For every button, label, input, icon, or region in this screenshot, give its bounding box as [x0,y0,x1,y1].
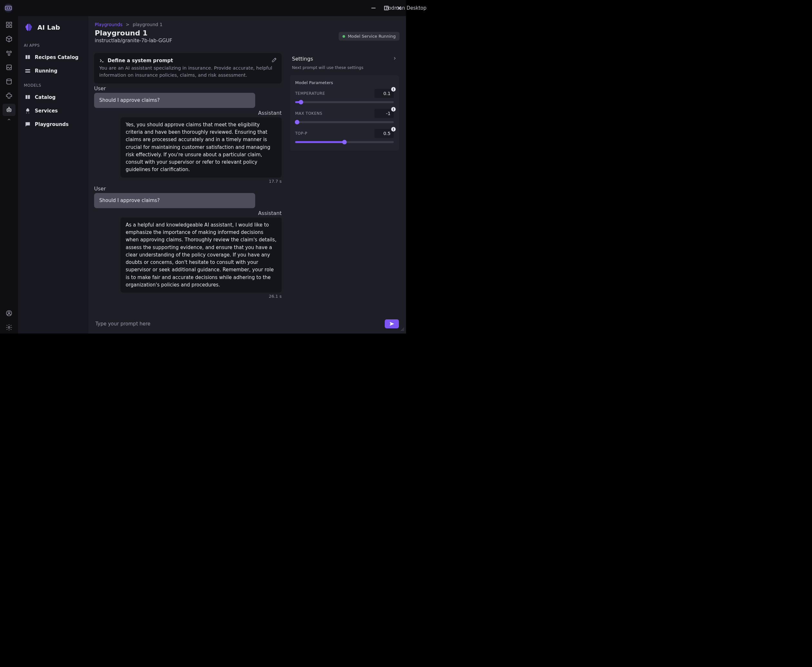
settings-collapse-button[interactable] [393,56,397,62]
catalog-icon [25,94,31,101]
edit-system-prompt-button[interactable] [271,57,277,64]
rail-ailab-icon[interactable] [3,104,15,116]
sidebar-item-label: Playgrounds [35,121,69,127]
chevron-right-icon: > [126,22,129,27]
settings-panel: Settings Next prompt will use these sett… [289,53,400,314]
svg-point-17 [8,110,9,111]
max-tokens-label: MAX TOKENS [295,111,322,116]
role-label-user: User [94,186,282,192]
svg-rect-23 [25,69,30,70]
sidebar-section-models: MODELS [21,79,85,90]
window-minimize-button[interactable] [371,5,376,11]
sidebar: AI Lab AI APPS Recipes Catalog Running M… [18,16,88,334]
sidebar-item-label: Catalog [35,95,56,100]
sidebar-brand: AI Lab [21,20,85,37]
status-dot-icon [343,35,345,38]
param-max-tokens: i MAX TOKENS -1 [295,109,394,123]
sidebar-section-apps: AI APPS [21,39,85,50]
send-button[interactable] [385,319,399,329]
info-icon[interactable]: i [391,87,396,91]
param-top-p: i TOP-P 0.5 [295,129,394,143]
breadcrumb-root[interactable]: Playgrounds [95,22,123,27]
temperature-value[interactable]: 0.1 [375,89,394,98]
svg-point-11 [7,51,9,53]
terminal-icon [99,58,104,63]
svg-rect-24 [25,71,30,73]
send-icon [389,321,394,327]
svg-rect-16 [7,109,11,111]
model-parameters-card: Model Parameters i TEMPERATURE 0.1 [290,75,399,151]
chat-column: Define a system prompt You are an AI ass… [94,49,283,314]
main-pane: Playgrounds > playground 1 Playground 1 … [88,16,406,334]
sidebar-item-catalog[interactable]: Catalog [21,91,85,103]
system-prompt-card: Define a system prompt You are an AI ass… [94,53,282,83]
role-label-assistant: Assistant [258,210,282,216]
info-icon[interactable]: i [391,107,396,111]
message-timing: 17.7 s [269,179,282,184]
sidebar-item-recipes[interactable]: Recipes Catalog [21,51,85,63]
max-tokens-slider[interactable] [295,121,394,123]
svg-point-15 [7,79,12,81]
running-icon [25,68,31,74]
top-p-value[interactable]: 0.5 [375,129,394,138]
model-parameters-title: Model Parameters [295,80,394,85]
status-text: Model Service Running [348,34,396,39]
app-logo-icon [4,3,13,13]
svg-line-28 [403,330,404,331]
message-assistant: As a helpful and knowledgeable AI assist… [121,217,282,292]
top-p-label: TOP-P [295,131,307,136]
chat-icon [25,121,31,128]
svg-point-21 [8,312,10,314]
rail-expand-chevron-icon[interactable] [7,117,11,123]
rail-cube-icon[interactable] [3,33,15,45]
brain-icon [24,23,33,32]
temperature-slider[interactable] [295,101,394,103]
rail-pods-icon[interactable] [3,47,15,59]
rail-images-icon[interactable] [3,61,15,73]
info-icon[interactable]: i [391,127,396,131]
sidebar-item-label: Running [35,68,57,74]
max-tokens-value[interactable]: -1 [375,109,394,118]
svg-point-13 [8,54,10,56]
page-model-name: instructlab/granite-7b-lab-GGUF [95,38,172,43]
book-icon [25,54,31,61]
sidebar-item-label: Recipes Catalog [35,55,78,60]
temperature-label: TEMPERATURE [295,91,325,96]
svg-rect-0 [5,6,12,10]
rocket-icon [25,108,31,114]
rail-account-icon[interactable] [3,307,15,319]
settings-title: Settings [292,56,313,62]
role-label-user: User [94,85,282,91]
role-label-assistant: Assistant [258,110,282,116]
title-bar: Podman Desktop [0,0,406,16]
settings-subtitle: Next prompt will use these settings [289,65,400,72]
rail-volumes-icon[interactable] [3,75,15,88]
svg-rect-8 [10,22,12,24]
top-p-slider[interactable] [295,141,394,143]
sidebar-item-playgrounds[interactable]: Playgrounds [21,119,85,130]
page-title: Playground 1 [95,29,172,37]
svg-rect-10 [10,25,12,27]
svg-point-2 [9,8,10,8]
rail-extensions-icon[interactable] [3,90,15,102]
sidebar-item-running[interactable]: Running [21,65,85,77]
svg-point-18 [9,110,10,111]
svg-point-22 [8,327,10,329]
sidebar-brand-title: AI Lab [37,23,60,31]
prompt-bar [88,314,406,334]
svg-point-19 [9,107,9,108]
message-user: Should I approve claims? [94,193,255,208]
prompt-input[interactable] [95,321,380,327]
rail-dashboard-icon[interactable] [3,19,15,31]
rail-settings-icon[interactable] [3,321,15,334]
svg-point-12 [10,51,12,53]
sidebar-item-services[interactable]: Services [21,105,85,117]
system-prompt-text: You are an AI assistant specializing in … [99,65,277,79]
status-badge: Model Service Running [339,32,399,41]
svg-point-1 [7,8,7,8]
resize-grip-icon[interactable] [400,327,404,332]
sidebar-item-label: Services [35,108,58,114]
message-timing: 26.1 s [269,294,282,299]
page-header: Playgrounds > playground 1 Playground 1 … [88,16,406,49]
svg-rect-9 [7,25,8,27]
